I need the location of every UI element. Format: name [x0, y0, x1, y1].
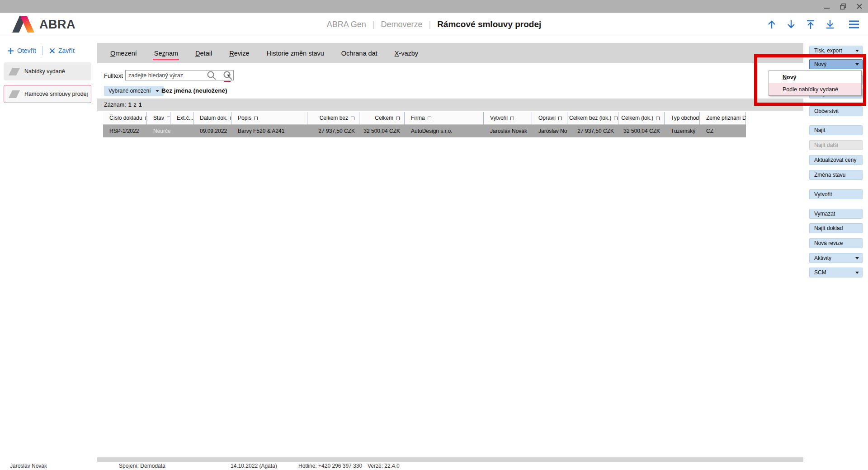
table-cell[interactable]: 32 500,04 CZK	[618, 125, 665, 137]
print-export-button[interactable]: Tisk, export	[809, 46, 863, 56]
breadcrumb-separator: |	[429, 20, 431, 29]
table-cell[interactable]: RSP-1/2022	[103, 125, 147, 137]
breadcrumb-separator: |	[373, 20, 375, 29]
column-header[interactable]: Popis	[231, 112, 307, 125]
column-header[interactable]: Číslo dokladu	[103, 112, 147, 125]
panel-bottom-strip	[97, 457, 803, 462]
tab-revize[interactable]: Revize	[221, 43, 258, 63]
status-version: Verze: 22.4.0	[368, 463, 400, 469]
table-cell[interactable]: 27 937,50 CZK	[567, 125, 618, 137]
fulltext-label: Fulltext	[104, 72, 123, 79]
table-cell[interactable]: Neurčeno	[147, 125, 170, 137]
sort-checkbox-icon[interactable]	[656, 117, 660, 120]
menu-item-podle-nabidky-vydane[interactable]: Podle nabídky vydané	[769, 83, 861, 95]
hamburger-menu-icon[interactable]	[848, 19, 860, 30]
sort-checkbox-icon[interactable]	[254, 117, 258, 120]
table-row[interactable]: RSP-1/2022Neurčeno09.09.2022Barvy F520 &…	[103, 125, 746, 137]
sort-checkbox-icon[interactable]	[510, 117, 514, 120]
arrow-to-bottom-icon[interactable]	[824, 19, 836, 30]
find-button[interactable]: Najít	[809, 125, 863, 135]
new-revision-button[interactable]: Nová revize	[809, 238, 863, 248]
restriction-name: Bez jména (neuložené)	[161, 87, 227, 94]
sort-checkbox-icon[interactable]	[428, 117, 431, 120]
selected-restriction-button[interactable]: Vybrané omezení	[104, 86, 164, 96]
tab-historie-zmen-stavu[interactable]: Historie změn stavu	[258, 43, 333, 63]
sort-checkbox-icon[interactable]	[558, 117, 562, 120]
table-cell[interactable]: AutoDesign s.r.o.	[405, 125, 484, 137]
breadcrumb-environment: Demoverze	[381, 20, 422, 29]
column-header[interactable]: Opravil	[532, 112, 567, 125]
column-header[interactable]: Celkem bez (lok.)	[567, 112, 618, 125]
create-button[interactable]: Vytvořit	[809, 189, 863, 199]
center-panel: Omezení Seznam Detail Revize Historie zm…	[97, 43, 803, 462]
open-button[interactable]: Otevřít	[5, 45, 39, 56]
sidebar-item-ramcove-smlouvy-prodej[interactable]: Rámcové smlouvy prodej	[4, 85, 91, 103]
accesskey-underline	[224, 81, 231, 82]
refresh-button[interactable]: Občerstvit	[809, 106, 863, 116]
column-header[interactable]: Ext.č...	[170, 112, 193, 125]
new-dropdown-menu: Nový Podle nabídky vydané	[769, 70, 862, 96]
sort-checkbox-icon[interactable]	[167, 117, 170, 120]
find-document-button[interactable]: Najít doklad	[809, 223, 863, 233]
sidebar-item-label: Nabídky vydané	[24, 68, 65, 75]
scm-button[interactable]: SCM	[809, 268, 863, 277]
table-cell[interactable]: 09.09.2022	[193, 125, 231, 137]
tab-detail[interactable]: Detail	[187, 43, 221, 63]
sidebar-item-nabidky-vydane[interactable]: Nabídky vydané	[4, 62, 91, 80]
table-cell[interactable]	[170, 125, 193, 137]
table-cell[interactable]: Tuzemský	[665, 125, 700, 137]
table-cell[interactable]: 32 500,04 CZK	[359, 125, 405, 137]
table-header-row: Číslo dokladuStavExt.č...Datum dok.Popis…	[103, 112, 746, 125]
left-sidebar: Otevřít Zavřít Nabídky vydané Rámcové sm…	[0, 36, 95, 462]
tab-x-vazby[interactable]: X-vazby	[386, 43, 427, 63]
page-title: Rámcové smlouvy prodej	[437, 19, 541, 29]
menu-item-novy[interactable]: Nový	[769, 71, 861, 83]
column-header[interactable]: Celkem bez	[307, 112, 359, 125]
window-titlebar	[0, 0, 868, 13]
status-hotline: Hotline: +420 296 397 330	[298, 463, 362, 469]
list-area: Číslo dokladuStavExt.č...Datum dok.Popis…	[97, 111, 803, 457]
tab-bar: Omezení Seznam Detail Revize Historie zm…	[97, 43, 803, 63]
column-header[interactable]: Firma	[405, 112, 484, 125]
column-header[interactable]: Celkem (lok.)	[618, 112, 665, 125]
update-prices-button[interactable]: Aktualizovat ceny	[809, 155, 863, 165]
column-header[interactable]: Stav	[147, 112, 170, 125]
table-cell[interactable]: Barvy F520 & A241	[231, 125, 307, 137]
change-state-button[interactable]: Změna stavu	[809, 170, 863, 180]
record-current: 1	[128, 102, 132, 108]
arrow-up-icon[interactable]	[766, 19, 778, 30]
divider	[42, 46, 43, 55]
column-header[interactable]: Celkem	[359, 112, 405, 125]
column-header[interactable]: Typ obchodu	[665, 112, 700, 125]
delete-button[interactable]: Vymazat	[809, 209, 863, 219]
new-button[interactable]: Nový	[809, 59, 863, 69]
column-header[interactable]: Země přiznání DPH	[700, 112, 746, 125]
sort-checkbox-icon[interactable]	[396, 117, 400, 120]
arrow-down-icon[interactable]	[785, 19, 797, 30]
minimize-icon[interactable]	[822, 1, 832, 11]
tab-omezeni[interactable]: Omezení	[102, 43, 146, 63]
sort-checkbox-icon[interactable]	[351, 117, 354, 120]
column-header[interactable]: Vytvořil	[484, 112, 532, 125]
table-cell[interactable]: Jaroslav Novák	[484, 125, 532, 137]
document-icon	[9, 90, 20, 98]
search-next-icon[interactable]	[222, 70, 234, 81]
sort-checkbox-icon[interactable]	[614, 117, 618, 120]
activities-button[interactable]: Aktivity	[809, 253, 863, 263]
search-icon[interactable]	[206, 70, 217, 81]
status-user: Jaroslav Novák	[10, 463, 47, 469]
tab-seznam[interactable]: Seznam	[146, 43, 187, 63]
restore-icon[interactable]	[838, 1, 848, 11]
arrow-to-top-icon[interactable]	[805, 19, 816, 30]
sidebar-item-label: Rámcové smlouvy prodej	[24, 91, 88, 97]
chevron-down-icon	[156, 90, 159, 94]
close-icon[interactable]	[854, 1, 864, 11]
find-next-button[interactable]: Najít další	[809, 140, 863, 150]
table-cell[interactable]: Jaroslav Novák	[532, 125, 567, 137]
app-header: ABRA ABRA Gen | Demoverze | Rámcové smlo…	[0, 13, 868, 36]
table-cell[interactable]: CZ	[700, 125, 746, 137]
close-tab-button[interactable]: Zavřít	[47, 45, 77, 56]
table-cell[interactable]: 27 937,50 CZK	[307, 125, 359, 137]
column-header[interactable]: Datum dok.	[193, 112, 231, 125]
tab-ochrana-dat[interactable]: Ochrana dat	[333, 43, 386, 63]
